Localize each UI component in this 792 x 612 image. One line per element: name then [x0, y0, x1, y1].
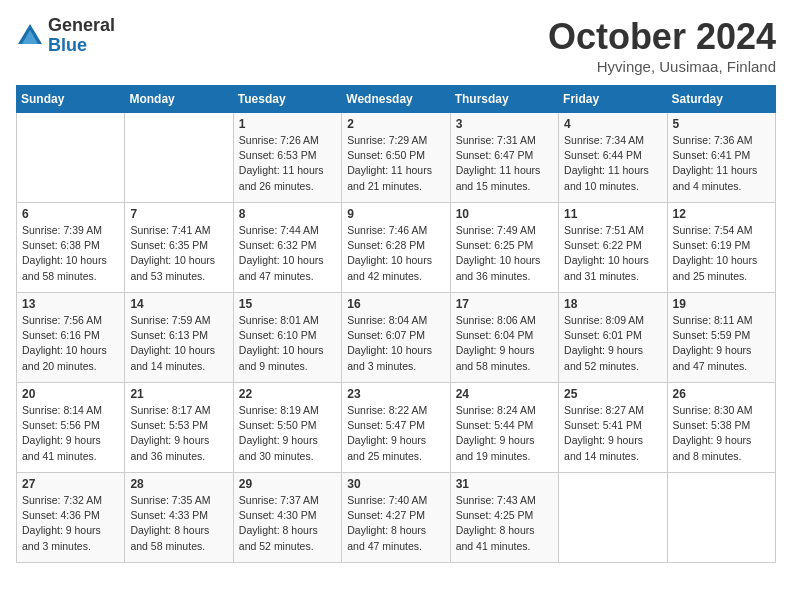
day-number: 16 — [347, 297, 444, 311]
calendar-cell: 4Sunrise: 7:34 AMSunset: 6:44 PMDaylight… — [559, 113, 667, 203]
calendar-cell: 14Sunrise: 7:59 AMSunset: 6:13 PMDayligh… — [125, 293, 233, 383]
calendar-week-0: 1Sunrise: 7:26 AMSunset: 6:53 PMDaylight… — [17, 113, 776, 203]
day-detail: Sunrise: 8:24 AMSunset: 5:44 PMDaylight:… — [456, 403, 553, 464]
day-detail: Sunrise: 8:01 AMSunset: 6:10 PMDaylight:… — [239, 313, 336, 374]
day-detail: Sunrise: 7:40 AMSunset: 4:27 PMDaylight:… — [347, 493, 444, 554]
day-number: 26 — [673, 387, 770, 401]
day-detail: Sunrise: 7:43 AMSunset: 4:25 PMDaylight:… — [456, 493, 553, 554]
day-number: 17 — [456, 297, 553, 311]
header-row: Sunday Monday Tuesday Wednesday Thursday… — [17, 86, 776, 113]
logo: General Blue — [16, 16, 115, 56]
day-number: 23 — [347, 387, 444, 401]
day-number: 20 — [22, 387, 119, 401]
day-number: 25 — [564, 387, 661, 401]
day-detail: Sunrise: 7:29 AMSunset: 6:50 PMDaylight:… — [347, 133, 444, 194]
day-number: 27 — [22, 477, 119, 491]
calendar-cell: 24Sunrise: 8:24 AMSunset: 5:44 PMDayligh… — [450, 383, 558, 473]
calendar-cell: 26Sunrise: 8:30 AMSunset: 5:38 PMDayligh… — [667, 383, 775, 473]
day-detail: Sunrise: 8:14 AMSunset: 5:56 PMDaylight:… — [22, 403, 119, 464]
logo-blue: Blue — [48, 36, 115, 56]
calendar-cell: 28Sunrise: 7:35 AMSunset: 4:33 PMDayligh… — [125, 473, 233, 563]
calendar-cell: 3Sunrise: 7:31 AMSunset: 6:47 PMDaylight… — [450, 113, 558, 203]
calendar-cell — [667, 473, 775, 563]
calendar-cell: 18Sunrise: 8:09 AMSunset: 6:01 PMDayligh… — [559, 293, 667, 383]
col-tuesday: Tuesday — [233, 86, 341, 113]
logo-icon — [16, 22, 44, 50]
calendar-cell — [17, 113, 125, 203]
day-detail: Sunrise: 8:04 AMSunset: 6:07 PMDaylight:… — [347, 313, 444, 374]
day-detail: Sunrise: 8:22 AMSunset: 5:47 PMDaylight:… — [347, 403, 444, 464]
day-detail: Sunrise: 7:26 AMSunset: 6:53 PMDaylight:… — [239, 133, 336, 194]
calendar-week-1: 6Sunrise: 7:39 AMSunset: 6:38 PMDaylight… — [17, 203, 776, 293]
calendar-cell: 1Sunrise: 7:26 AMSunset: 6:53 PMDaylight… — [233, 113, 341, 203]
day-number: 4 — [564, 117, 661, 131]
col-friday: Friday — [559, 86, 667, 113]
col-saturday: Saturday — [667, 86, 775, 113]
day-detail: Sunrise: 7:34 AMSunset: 6:44 PMDaylight:… — [564, 133, 661, 194]
day-detail: Sunrise: 7:37 AMSunset: 4:30 PMDaylight:… — [239, 493, 336, 554]
calendar-body: 1Sunrise: 7:26 AMSunset: 6:53 PMDaylight… — [17, 113, 776, 563]
day-detail: Sunrise: 7:31 AMSunset: 6:47 PMDaylight:… — [456, 133, 553, 194]
calendar-cell: 13Sunrise: 7:56 AMSunset: 6:16 PMDayligh… — [17, 293, 125, 383]
header: General Blue October 2024 Hyvinge, Uusim… — [16, 16, 776, 75]
day-number: 1 — [239, 117, 336, 131]
calendar-table: Sunday Monday Tuesday Wednesday Thursday… — [16, 85, 776, 563]
day-number: 10 — [456, 207, 553, 221]
day-number: 13 — [22, 297, 119, 311]
calendar-cell: 11Sunrise: 7:51 AMSunset: 6:22 PMDayligh… — [559, 203, 667, 293]
calendar-cell — [559, 473, 667, 563]
day-number: 28 — [130, 477, 227, 491]
day-number: 7 — [130, 207, 227, 221]
day-detail: Sunrise: 7:56 AMSunset: 6:16 PMDaylight:… — [22, 313, 119, 374]
calendar-cell: 15Sunrise: 8:01 AMSunset: 6:10 PMDayligh… — [233, 293, 341, 383]
calendar-cell: 9Sunrise: 7:46 AMSunset: 6:28 PMDaylight… — [342, 203, 450, 293]
calendar-cell: 23Sunrise: 8:22 AMSunset: 5:47 PMDayligh… — [342, 383, 450, 473]
col-sunday: Sunday — [17, 86, 125, 113]
day-number: 18 — [564, 297, 661, 311]
calendar-cell: 2Sunrise: 7:29 AMSunset: 6:50 PMDaylight… — [342, 113, 450, 203]
day-number: 8 — [239, 207, 336, 221]
day-detail: Sunrise: 8:30 AMSunset: 5:38 PMDaylight:… — [673, 403, 770, 464]
day-number: 22 — [239, 387, 336, 401]
day-detail: Sunrise: 7:32 AMSunset: 4:36 PMDaylight:… — [22, 493, 119, 554]
title-area: October 2024 Hyvinge, Uusimaa, Finland — [548, 16, 776, 75]
day-detail: Sunrise: 7:54 AMSunset: 6:19 PMDaylight:… — [673, 223, 770, 284]
calendar-cell: 19Sunrise: 8:11 AMSunset: 5:59 PMDayligh… — [667, 293, 775, 383]
calendar-cell: 30Sunrise: 7:40 AMSunset: 4:27 PMDayligh… — [342, 473, 450, 563]
calendar-cell: 10Sunrise: 7:49 AMSunset: 6:25 PMDayligh… — [450, 203, 558, 293]
day-number: 21 — [130, 387, 227, 401]
day-detail: Sunrise: 7:39 AMSunset: 6:38 PMDaylight:… — [22, 223, 119, 284]
day-detail: Sunrise: 7:44 AMSunset: 6:32 PMDaylight:… — [239, 223, 336, 284]
calendar-cell: 25Sunrise: 8:27 AMSunset: 5:41 PMDayligh… — [559, 383, 667, 473]
calendar-cell: 21Sunrise: 8:17 AMSunset: 5:53 PMDayligh… — [125, 383, 233, 473]
day-number: 12 — [673, 207, 770, 221]
logo-general: General — [48, 16, 115, 36]
day-detail: Sunrise: 8:17 AMSunset: 5:53 PMDaylight:… — [130, 403, 227, 464]
day-detail: Sunrise: 8:19 AMSunset: 5:50 PMDaylight:… — [239, 403, 336, 464]
day-number: 30 — [347, 477, 444, 491]
col-thursday: Thursday — [450, 86, 558, 113]
day-number: 2 — [347, 117, 444, 131]
day-number: 19 — [673, 297, 770, 311]
calendar-cell: 31Sunrise: 7:43 AMSunset: 4:25 PMDayligh… — [450, 473, 558, 563]
day-number: 11 — [564, 207, 661, 221]
day-number: 5 — [673, 117, 770, 131]
day-number: 14 — [130, 297, 227, 311]
calendar-week-3: 20Sunrise: 8:14 AMSunset: 5:56 PMDayligh… — [17, 383, 776, 473]
calendar-week-4: 27Sunrise: 7:32 AMSunset: 4:36 PMDayligh… — [17, 473, 776, 563]
day-detail: Sunrise: 7:36 AMSunset: 6:41 PMDaylight:… — [673, 133, 770, 194]
day-number: 31 — [456, 477, 553, 491]
calendar-cell: 8Sunrise: 7:44 AMSunset: 6:32 PMDaylight… — [233, 203, 341, 293]
calendar-cell: 6Sunrise: 7:39 AMSunset: 6:38 PMDaylight… — [17, 203, 125, 293]
day-detail: Sunrise: 7:35 AMSunset: 4:33 PMDaylight:… — [130, 493, 227, 554]
day-detail: Sunrise: 7:49 AMSunset: 6:25 PMDaylight:… — [456, 223, 553, 284]
calendar-cell: 7Sunrise: 7:41 AMSunset: 6:35 PMDaylight… — [125, 203, 233, 293]
col-wednesday: Wednesday — [342, 86, 450, 113]
calendar-cell: 17Sunrise: 8:06 AMSunset: 6:04 PMDayligh… — [450, 293, 558, 383]
calendar-cell: 5Sunrise: 7:36 AMSunset: 6:41 PMDaylight… — [667, 113, 775, 203]
calendar-cell — [125, 113, 233, 203]
day-number: 6 — [22, 207, 119, 221]
col-monday: Monday — [125, 86, 233, 113]
calendar-header: Sunday Monday Tuesday Wednesday Thursday… — [17, 86, 776, 113]
calendar-cell: 20Sunrise: 8:14 AMSunset: 5:56 PMDayligh… — [17, 383, 125, 473]
